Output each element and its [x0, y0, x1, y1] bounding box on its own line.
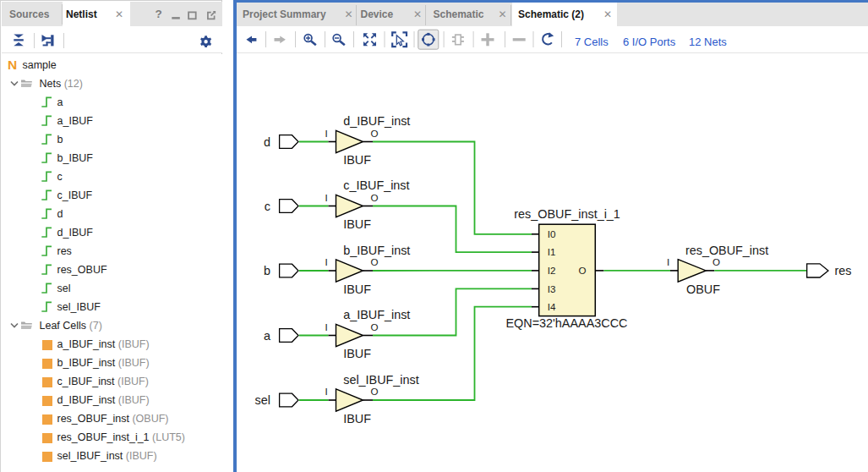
- svg-text:I2: I2: [548, 265, 556, 276]
- svg-text:res_OBUF_inst: res_OBUF_inst: [685, 244, 768, 257]
- svg-text:I: I: [667, 256, 669, 267]
- svg-text:a: a: [264, 329, 270, 343]
- svg-text:I: I: [325, 321, 327, 332]
- svg-text:I3: I3: [548, 283, 556, 294]
- svg-text:I4: I4: [548, 301, 556, 312]
- svg-text:O: O: [370, 321, 378, 332]
- svg-text:sel: sel: [255, 393, 270, 407]
- svg-text:EQN=32'hAAAA3CCC: EQN=32'hAAAA3CCC: [506, 316, 628, 330]
- svg-text:I: I: [325, 192, 327, 203]
- svg-text:IBUF: IBUF: [343, 412, 371, 425]
- svg-text:IBUF: IBUF: [343, 347, 371, 360]
- svg-text:b: b: [264, 264, 270, 277]
- svg-text:IBUF: IBUF: [343, 153, 371, 167]
- svg-text:IBUF: IBUF: [343, 217, 371, 231]
- svg-text:res_OBUF_inst_i_1: res_OBUF_inst_i_1: [514, 207, 620, 221]
- svg-text:c_IBUF_inst: c_IBUF_inst: [343, 178, 409, 192]
- svg-text:b_IBUF_inst: b_IBUF_inst: [343, 244, 410, 257]
- svg-text:sel_IBUF_inst: sel_IBUF_inst: [343, 373, 419, 387]
- svg-text:O: O: [712, 256, 720, 267]
- svg-text:d: d: [264, 135, 270, 149]
- svg-text:O: O: [579, 265, 587, 276]
- svg-text:IBUF: IBUF: [343, 283, 371, 296]
- svg-text:O: O: [370, 192, 378, 203]
- svg-text:I: I: [325, 256, 327, 267]
- svg-text:O: O: [370, 386, 378, 397]
- svg-text:I0: I0: [548, 228, 556, 239]
- svg-text:O: O: [370, 128, 378, 139]
- svg-text:O: O: [370, 256, 378, 267]
- svg-text:I1: I1: [548, 246, 556, 257]
- svg-text:I: I: [325, 386, 327, 397]
- svg-text:d_IBUF_inst: d_IBUF_inst: [343, 114, 410, 128]
- svg-text:c: c: [265, 200, 270, 213]
- svg-text:I: I: [325, 128, 327, 139]
- svg-text:res: res: [835, 264, 852, 277]
- svg-text:OBUF: OBUF: [686, 283, 720, 296]
- svg-text:a_IBUF_inst: a_IBUF_inst: [343, 308, 410, 321]
